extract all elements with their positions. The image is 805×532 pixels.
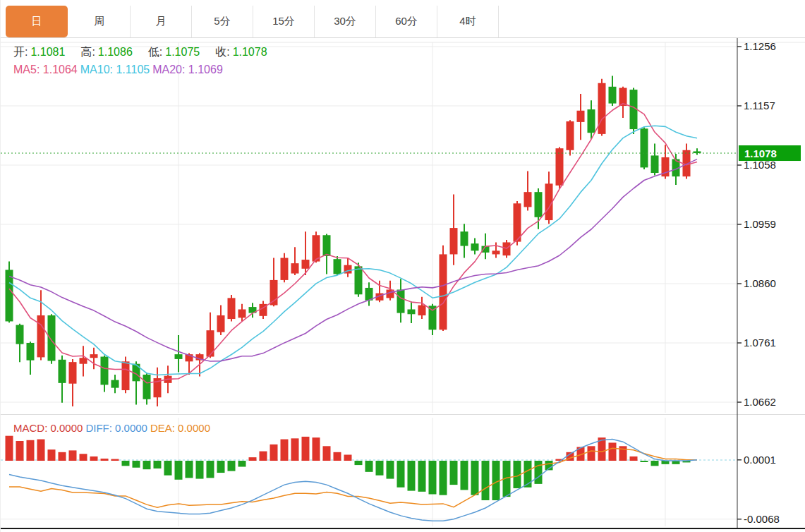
close-label: 收: <box>215 46 229 58</box>
tab-day[interactable]: 日 <box>6 6 68 37</box>
tab-4hour[interactable]: 4时 <box>437 6 499 37</box>
open-value: 1.1081 <box>30 46 65 58</box>
ma5-line <box>9 104 697 383</box>
ma10-line <box>9 126 697 375</box>
candle-bodies <box>6 83 701 399</box>
axis-tick-label: 1.0860 <box>744 277 776 289</box>
ma20-legend: MA20: 1.1069 <box>152 64 223 75</box>
tab-60min[interactable]: 60分 <box>376 6 437 37</box>
macd-axis: 0.0001-0.0068 <box>737 454 780 525</box>
axis-tick-label: 1.1157 <box>744 99 775 111</box>
open-label: 开: <box>13 46 28 58</box>
diff-value-legend: DIFF: 0.0000 <box>85 422 147 434</box>
tab-month[interactable]: 月 <box>131 6 192 37</box>
low-label: 低: <box>148 46 162 58</box>
axis-tick-label: 1.0662 <box>744 396 776 408</box>
chart-canvas[interactable]: 1.12561.11571.10581.09591.08601.07611.06… <box>1 0 805 532</box>
high-label: 高: <box>80 46 95 58</box>
ma20-line <box>9 159 697 361</box>
close-value: 1.1078 <box>233 46 267 58</box>
ma10-legend: MA10: 1.1105 <box>80 64 150 75</box>
axis-tick-label: 1.0959 <box>744 218 776 230</box>
axis-tick-label: 1.1256 <box>744 40 776 52</box>
low-value: 1.1075 <box>165 46 200 58</box>
macd-value-legend: MACD: 0.0000 <box>13 422 83 434</box>
tab-week[interactable]: 周 <box>69 6 131 37</box>
axis-tick-label: 0.0001 <box>744 454 776 466</box>
macd-legend: MACD: 0.0000DIFF: 0.0000DEA: 0.0000 <box>13 422 213 434</box>
tab-30min[interactable]: 30分 <box>315 6 376 37</box>
fx-chart-app: 1.12561.11571.10581.09591.08601.07611.06… <box>0 0 805 532</box>
grid-lines <box>1 42 805 526</box>
high-value: 1.1086 <box>98 46 133 58</box>
current-price-badge: 1.1078 <box>739 145 801 161</box>
axis-tick-label: -0.0068 <box>744 513 780 525</box>
ma5-legend: MA5: 1.1064 <box>13 64 78 75</box>
current-price-value: 1.1078 <box>744 147 777 159</box>
ohlc-legend: 开:1.1081高:1.1086低:1.1075收:1.1078 <box>13 45 283 60</box>
dea-value-legend: DEA: 0.0000 <box>150 422 210 434</box>
timeframe-tabs: 日 周 月 5分 15分 30分 60分 4时 <box>1 0 805 38</box>
tab-15min[interactable]: 15分 <box>253 6 315 37</box>
tab-5min[interactable]: 5分 <box>192 6 253 37</box>
axis-tick-label: 1.0761 <box>744 337 776 349</box>
ma-legend: MA5: 1.1064MA10: 1.1105MA20: 1.1069 <box>13 64 226 76</box>
